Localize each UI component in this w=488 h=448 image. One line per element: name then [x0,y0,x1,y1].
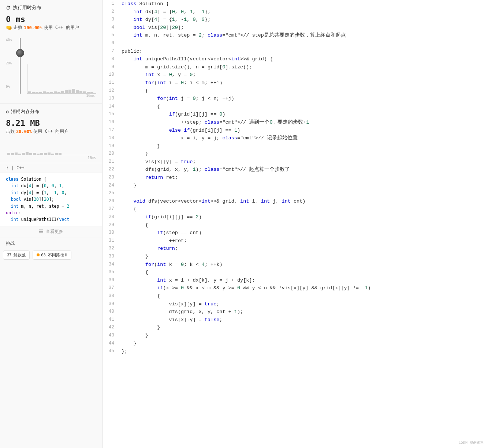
line-number: 34 [103,261,120,269]
line-number: 10 [103,71,120,79]
code-table: 1class Solution {2 int dx[4] = {0, 0, 1,… [103,0,488,355]
line-content: } [120,324,488,332]
line-number: 37 [103,284,120,292]
time-chart-area: 40% 20% 0% [0,35,102,101]
line-number: 15 [103,110,120,118]
line-number: 6 [103,39,120,48]
line-number: 9 [103,63,120,71]
code-line-42: 42 } [103,324,488,332]
code-panel: 1class Solution {2 int dx[4] = {0, 0, 1,… [103,0,488,448]
code-line-24: 24 } [103,182,488,190]
time-percent: 100.00% [24,25,42,30]
code-line-14: 14 { [103,103,488,111]
line-number: 5 [103,31,120,39]
line-content: int dy[4] = {1, -1, 0, 0}; [120,16,488,24]
mem-chart-x-label: 10ms [6,156,96,160]
line-number: 19 [103,142,120,150]
line-content: vis[x][y] = true; [120,158,488,166]
line-content: { [120,205,488,213]
code-line-32: 32 return; [103,245,488,253]
line-number: 30 [103,229,120,237]
line-number: 31 [103,237,120,245]
code-preview: class Solution { int dx[4] = {0, 0, 1, -… [0,173,102,226]
code-line-29: 29 { [103,221,488,229]
preview-method: int uniquePathsIII(vect [6,216,96,223]
line-content: ++step; class="cmt">// 遇到一个0，要走的步数+1 [120,118,488,127]
line-content: } [120,340,488,348]
line-number: 2 [103,8,120,16]
challenge-nav: 37. 解数独 63. 不同路径 II [0,248,102,263]
challenge-btn-37[interactable]: 37. 解数独 [3,251,30,260]
line-content: for(int k = 0; k < 4; ++k) [120,261,488,269]
code-line-8: 8 int uniquePathsIII(vector<vector<int>>… [103,55,488,63]
line-content: for(int j = 0; j < n; ++j) [120,95,488,103]
code-line-13: 13 for(int j = 0; j < n; ++j) [103,95,488,103]
code-line-22: 22 dfs(grid, x, y, 1); class="cmt">// 起点… [103,166,488,174]
line-content: } [120,253,488,261]
clock-icon: ⏱ [6,5,11,11]
chart-label-0: 0% [6,85,12,89]
line-content: bool vis[20][20]; [120,24,488,32]
time-value: 0 ms [0,13,102,25]
line-number: 21 [103,158,120,166]
line-number: 18 [103,134,120,142]
line-number: 22 [103,166,120,174]
code-line-33: 33 } [103,253,488,261]
line-content: m = grid.size(), n = grid[0].size(); [120,63,488,71]
line-number: 32 [103,245,120,253]
line-content: void dfs(vector<vector<int>>& grid, int … [120,197,488,206]
line-number: 45 [103,347,120,355]
line-number: 42 [103,324,120,332]
beat-icon: 🤜 [6,25,12,31]
code-line-19: 19 } [103,142,488,150]
view-more-button[interactable]: ☰ 查看更多 [0,226,102,237]
line-number: 8 [103,55,120,63]
settings-icon: ⚙ [6,109,9,114]
mem-chart-area: 10ms [0,139,102,163]
line-content: vis[x][y] = false; [120,316,488,324]
challenge-btn-63[interactable]: 63. 不同路径 II [33,251,71,260]
preview-line-3: int dy[4] = {1, -1, 0, [6,189,96,196]
line-number: 44 [103,340,120,348]
code-line-23: 23 return ret; [103,174,488,182]
line-content: else if(grid[i][j] == 1) [120,127,488,135]
code-line-35: 35 { [103,268,488,276]
line-number: 3 [103,16,120,24]
line-number: 43 [103,332,120,340]
chart-label-40: 40% [6,38,12,42]
line-content: int x = 0, y = 0; [120,71,488,79]
code-line-10: 10 int x = 0, y = 0; [103,71,488,79]
code-line-40: 40 dfs(grid, x, y, cnt + 1); [103,308,488,316]
line-content: for(int i = 0; i < m; ++i) [120,79,488,87]
code-line-26: 26 void dfs(vector<vector<int>>& grid, i… [103,197,488,206]
line-content: { [120,292,488,300]
line-number: 33 [103,253,120,261]
line-content: }; [120,347,488,355]
line-number: 11 [103,79,120,87]
line-content: return ret; [120,174,488,182]
line-number: 39 [103,300,120,308]
preview-line-4: bool vis[20][20]; [6,196,96,203]
code-line-39: 39 vis[x][y] = true; [103,300,488,308]
mem-value: 8.21 MB [0,117,102,128]
code-line-36: 36 int x = i + dx[k], y = j + dy[k]; [103,276,488,285]
line-content: x = i, y = j; class="cmt">// 记录起始位置 [120,134,488,142]
lang-separator: } | [6,165,16,170]
line-content [120,39,488,48]
code-line-45: 45}; [103,347,488,355]
code-line-6: 6 [103,39,488,48]
lang-label: C++ [16,165,25,170]
line-content [120,189,488,197]
code-line-4: 4 bool vis[20][20]; [103,24,488,32]
mem-section-title: 消耗内存分布 [11,108,40,115]
time-bar-chart [27,64,96,94]
code-line-11: 11 for(int i = 0; i < m; ++i) [103,79,488,87]
code-line-18: 18 x = i, y = j; class="cmt">// 记录起始位置 [103,134,488,142]
line-number: 41 [103,316,120,324]
line-content: dfs(grid, x, y, cnt + 1); [120,308,488,316]
time-section-title: 执行用时分布 [13,4,41,11]
line-content: ++ret; [120,237,488,245]
code-line-12: 12 { [103,87,488,95]
code-line-5: 5 int m, n, ret, step = 2; class="cmt">/… [103,31,488,39]
code-line-21: 21 vis[x][y] = true; [103,158,488,166]
